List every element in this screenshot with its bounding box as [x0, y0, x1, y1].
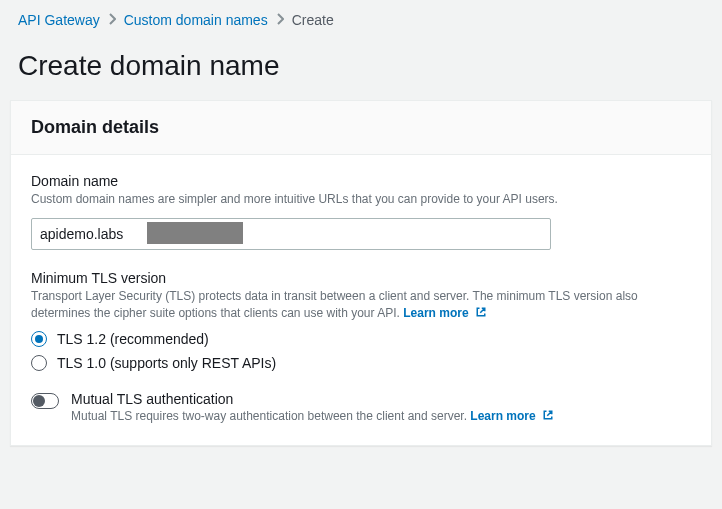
min-tls-label: Minimum TLS version: [31, 270, 691, 286]
mutual-tls-toggle[interactable]: [31, 393, 59, 409]
chevron-right-icon: [276, 12, 284, 28]
tls-option-1-0[interactable]: TLS 1.0 (supports only REST APIs): [31, 355, 691, 371]
page-title: Create domain name: [0, 34, 722, 100]
breadcrumb-link-custom-domain-names[interactable]: Custom domain names: [124, 12, 268, 28]
mtls-learn-more-link[interactable]: Learn more: [470, 409, 554, 423]
min-tls-desc: Transport Layer Security (TLS) protects …: [31, 288, 691, 322]
domain-name-label: Domain name: [31, 173, 691, 189]
radio-icon: [31, 355, 47, 371]
radio-icon: [31, 331, 47, 347]
tls-learn-more-link[interactable]: Learn more: [403, 306, 487, 320]
external-link-icon: [542, 409, 554, 421]
tls-radio-group: TLS 1.2 (recommended) TLS 1.0 (supports …: [31, 331, 691, 371]
panel-header: Domain details: [11, 101, 711, 155]
domain-name-input[interactable]: [31, 218, 551, 250]
mutual-tls-label: Mutual TLS authentication: [71, 391, 554, 407]
chevron-right-icon: [108, 12, 116, 28]
domain-details-panel: Domain details Domain name Custom domain…: [10, 100, 712, 446]
breadcrumb: API Gateway Custom domain names Create: [0, 0, 722, 34]
breadcrumb-current: Create: [292, 12, 334, 28]
breadcrumb-link-api-gateway[interactable]: API Gateway: [18, 12, 100, 28]
radio-label: TLS 1.0 (supports only REST APIs): [57, 355, 276, 371]
domain-name-desc: Custom domain names are simpler and more…: [31, 191, 691, 208]
mutual-tls-desc: Mutual TLS requires two-way authenticati…: [71, 409, 554, 423]
radio-label: TLS 1.2 (recommended): [57, 331, 209, 347]
tls-option-1-2[interactable]: TLS 1.2 (recommended): [31, 331, 691, 347]
external-link-icon: [475, 306, 487, 318]
